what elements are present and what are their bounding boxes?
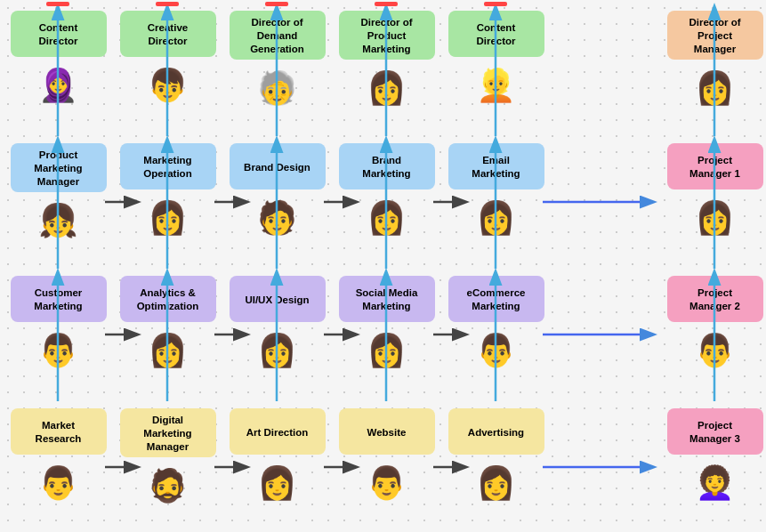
card-ecommerce: eCommerce Marketing [448,276,544,322]
cell-r1-c1: Marketing Operation 👩 [113,136,222,269]
card-label: Brand Marketing [346,154,428,181]
card-content-director-1: Content Director [11,11,107,57]
cell-r0-c0: Content Director 🧕 [4,4,113,136]
card-label: Project Manager 2 [674,286,756,313]
card-product-marketing-mgr: Product Marketing Manager [11,143,107,192]
avatar-r1-c4: 👩 [473,195,520,241]
cell-r0-c5 [551,4,660,136]
card-content-director-2: Content Director [448,11,544,57]
org-chart: Content Director 🧕 Creative Director 👦 D… [0,0,766,532]
avatar-r0-c1: 👦 [145,62,191,109]
avatar-r1-c0: 👧 [36,197,82,244]
cell-r0-c3: Director of Product Marketing 👩 [332,4,441,136]
card-brand-marketing: Brand Marketing [339,143,435,189]
avatar-r1-c1: 👩 [145,195,191,241]
card-pm3: Project Manager 3 [667,408,763,455]
card-website: Website [339,408,435,455]
cell-r1-c3: Brand Marketing 👩 [332,136,441,269]
card-label: Product Marketing Manager [18,149,100,189]
avatar-r2-c3: 👩 [364,327,410,374]
card-label: Marketing Operation [127,154,209,181]
cell-r2-c0: Customer Marketing 👨 [4,269,113,401]
avatar-r2-c6: 👨 [692,327,738,374]
cell-r3-c5 [551,401,660,532]
grid-container: Content Director 🧕 Creative Director 👦 D… [0,0,766,530]
card-label: eCommerce Marketing [456,286,537,313]
avatar-r3-c2: 👩 [254,460,301,506]
avatar-r2-c2: 👩 [254,327,301,374]
card-email-marketing: Email Marketing [448,143,544,189]
cell-r3-c6: Project Manager 3 👩‍🦱 [660,401,766,532]
card-label: Digital Marketing Manager [127,414,209,454]
card-project-manager-dir: Director of Project Manager [667,11,763,60]
avatar-r3-c3: 👨 [364,460,410,506]
cell-r1-c2: Brand Design 🧑 [222,136,332,269]
card-creative-director: Creative Director [120,11,216,57]
avatar-r0-c2: 🧓 [254,65,301,111]
avatar-r0-c0: 🧕 [36,62,82,109]
avatar-r0-c6: 👩 [692,65,738,111]
card-label: Director of Project Manager [674,16,756,56]
card-label: Project Manager 1 [674,154,756,181]
card-label: Market Research [18,419,100,446]
card-customer-marketing: Customer Marketing [11,276,107,322]
cell-r0-c2: Director of Demand Generation 🧓 [222,4,332,136]
card-advertising: Advertising [448,408,544,455]
card-ux-design: UI/UX Design [230,276,326,322]
card-label: UI/UX Design [241,294,312,307]
card-label: Director of Product Marketing [346,16,428,56]
avatar-r3-c4: 👩 [473,460,520,506]
card-art-direction: Art Direction [230,408,326,455]
cell-r0-c1: Creative Director 👦 [113,4,222,136]
card-label: Brand Design [240,161,314,174]
card-label: Creative Director [127,21,209,48]
avatar-r3-c0: 👨 [36,460,82,506]
cell-r1-c5 [551,136,660,269]
card-pm1: Project Manager 1 [667,143,763,189]
card-label: Email Marketing [456,154,537,181]
avatar-r1-c3: 👩 [364,195,410,241]
cell-r2-c1: Analytics & Optimization 👩 [113,269,222,401]
cell-r3-c2: Art Direction 👩 [222,401,332,532]
cell-r3-c1: Digital Marketing Manager 🧔 [113,401,222,532]
avatar-r3-c1: 🧔 [145,463,191,509]
cell-r3-c4: Advertising 👩 [441,401,551,532]
avatar-r1-c2: 🧑 [254,195,301,241]
card-market-research: Market Research [11,408,107,455]
card-label: Art Direction [243,426,312,439]
avatar-r0-c4: 👱 [473,62,520,109]
cell-r0-c6: Director of Project Manager 👩 [660,4,766,136]
avatar-r2-c0: 👨 [36,327,82,374]
cell-r3-c3: Website 👨 [332,401,441,532]
cell-r1-c0: Product Marketing Manager 👧 [4,136,113,269]
cell-r2-c2: UI/UX Design 👩 [222,269,332,401]
card-brand-design: Brand Design [230,143,326,189]
card-label: Content Director [18,21,100,48]
card-label: Project Manager 3 [674,419,756,446]
card-label: Social Media Marketing [346,286,428,313]
card-label: Website [364,426,410,439]
avatar-r0-c3: 👩 [364,65,410,111]
cell-r3-c0: Market Research 👨 [4,401,113,532]
cell-r2-c6: Project Manager 2 👨 [660,269,766,401]
avatar-r1-c6: 👩 [692,195,738,241]
card-label: Director of Demand Generation [237,16,318,56]
card-label: Advertising [464,426,528,439]
avatar-r2-c4: 👨 [473,327,520,374]
card-social-media: Social Media Marketing [339,276,435,322]
card-pm2: Project Manager 2 [667,276,763,322]
card-label: Analytics & Optimization [127,286,209,313]
card-marketing-op: Marketing Operation [120,143,216,189]
card-demand-gen: Director of Demand Generation [230,11,326,60]
avatar-r2-c1: 👩 [145,327,191,374]
cell-r2-c4: eCommerce Marketing 👨 [441,269,551,401]
card-label: Content Director [456,21,537,48]
avatar-r3-c6: 👩‍🦱 [692,460,738,506]
cell-r0-c4: Content Director 👱 [441,4,551,136]
cell-r1-c6: Project Manager 1 👩 [660,136,766,269]
cell-r2-c5 [551,269,660,401]
cell-r2-c3: Social Media Marketing 👩 [332,269,441,401]
card-analytics: Analytics & Optimization [120,276,216,322]
card-label: Customer Marketing [18,286,100,313]
card-product-marketing-dir: Director of Product Marketing [339,11,435,60]
